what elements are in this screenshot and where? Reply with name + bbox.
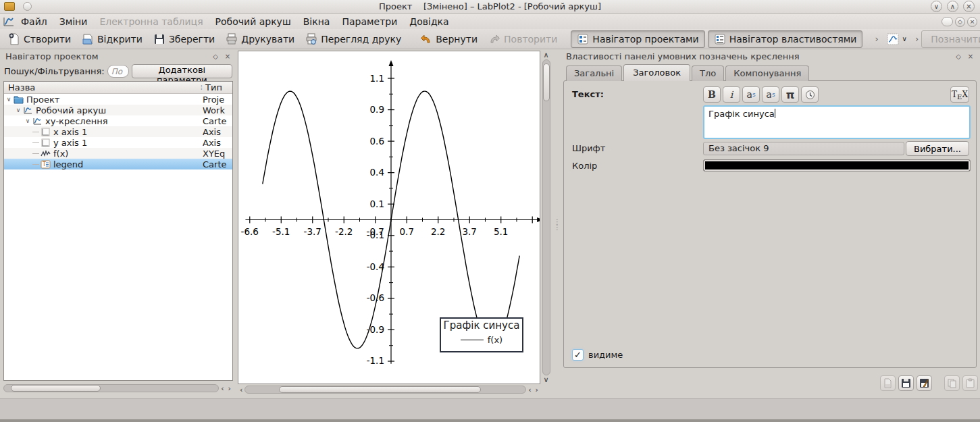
mdi-restore-icon[interactable]: ◇ (955, 17, 965, 27)
scroll-down-icon[interactable]: ∨ (541, 375, 550, 384)
menu-help[interactable]: Довідка (403, 15, 455, 28)
scroll-left-icon[interactable]: ‹ (526, 386, 533, 394)
tree-row-y-axis[interactable]: y axis 1 Axis (4, 137, 232, 148)
column-header-name[interactable]: Назва (4, 82, 201, 93)
svg-text:0.9: 0.9 (370, 104, 384, 115)
tex-button[interactable]: TEX (950, 86, 969, 103)
tree-row-project[interactable]: ∨ Проект Proje (4, 94, 232, 105)
svg-text:2.2: 2.2 (431, 226, 445, 237)
svg-text:-5.1: -5.1 (272, 226, 290, 237)
project-explorer-toggle[interactable]: Навігатор проектами (571, 30, 704, 48)
title-text-input[interactable]: Графік синуса (703, 105, 971, 139)
tree-row-x-axis[interactable]: x axis 1 Axis (4, 126, 232, 137)
worksheet-hscrollbar[interactable]: ‹ ‹ › (238, 385, 540, 394)
xy-curve-tool-button[interactable]: ∨ (881, 31, 912, 47)
tree-row-worksheet[interactable]: ∨ Робочий аркуш Work (4, 105, 232, 115)
window-title: Проект [Змінено] – LabPlot2 - [Робочий а… (0, 1, 980, 11)
print-preview-button[interactable]: Перегляд друку (300, 31, 407, 47)
splitter-handle[interactable]: ⋮⋮ (554, 219, 559, 237)
tree-row-curve[interactable]: f(x) XYEq (4, 148, 232, 159)
undo-button[interactable]: Вернути (415, 31, 483, 47)
dock-float-icon[interactable]: ◇ (211, 51, 220, 61)
print-button[interactable]: Друкувати (220, 31, 300, 47)
save-template-icon[interactable] (898, 375, 914, 391)
mdi-close-icon[interactable]: × (967, 17, 977, 27)
scroll-left-icon[interactable]: ‹ (219, 384, 226, 393)
maximize-icon[interactable]: ∧ (947, 1, 958, 12)
properties-dock: Властивості панелі умовних позначень кре… (562, 50, 978, 375)
dock-float-icon[interactable]: ◇ (954, 51, 963, 61)
print-preview-icon (305, 33, 317, 45)
tree-item-label: Робочий аркуш (36, 105, 203, 115)
scroll-right-icon[interactable]: › (226, 384, 233, 393)
tree-header[interactable]: Назва ⁞ Тип (4, 82, 232, 94)
worksheet-view[interactable]: -6.6-5.1-3.7-2.2-0.70.72.23.75.11.10.90.… (238, 51, 540, 384)
tab-general[interactable]: Загальні (566, 65, 622, 81)
subscript-icon[interactable]: as (762, 86, 779, 103)
menu-settings[interactable]: Параметри (336, 15, 403, 28)
project-explorer-toggle-label: Навігатор проектами (592, 34, 698, 45)
legend-icon: T (41, 160, 51, 169)
visible-checkbox[interactable]: ✓ (572, 349, 584, 361)
menu-file[interactable]: Файл (15, 15, 53, 28)
tree-row-legend[interactable]: T legend Carte (4, 159, 232, 169)
expander-icon[interactable]: ∨ (14, 107, 23, 113)
tree-row-xy-plot[interactable]: ∨ ху-креслення Carte (4, 115, 232, 126)
color-swatch-button[interactable] (703, 159, 971, 172)
print-button-label: Друкувати (241, 34, 294, 45)
minimize-icon[interactable]: ∨ (931, 1, 942, 12)
properties-tabs: Загальні Заголовок Тло Компонування (566, 65, 810, 81)
tab-background[interactable]: Тло (692, 65, 724, 81)
menu-edit[interactable]: Зміни (53, 15, 94, 28)
statusbar (0, 398, 980, 422)
new-button[interactable]: Створити (3, 31, 76, 47)
more-options-button[interactable]: Додаткові параметри (132, 64, 232, 78)
project-tree-hscrollbar[interactable]: ‹ › (3, 384, 233, 393)
svg-text:T: T (42, 161, 46, 167)
italic-icon[interactable]: i (723, 86, 740, 103)
close-icon[interactable]: × (963, 1, 975, 12)
font-label: Шрифт (572, 143, 605, 153)
open-button[interactable]: Відкрити (76, 31, 148, 47)
axis-icon (41, 128, 51, 136)
properties-explorer-toggle[interactable]: Навігатор властивостями (708, 30, 863, 48)
mdi-minimize-icon[interactable] (942, 17, 953, 26)
titlebar: Проект [Змінено] – LabPlot2 - [Робочий а… (0, 0, 980, 14)
dropdown-chevron-icon[interactable]: ∨ (902, 35, 907, 43)
tree-connector (32, 142, 39, 143)
scroll-up-icon[interactable]: ∧ (541, 51, 550, 59)
text-label: Текст: (572, 89, 604, 99)
tab-title[interactable]: Заголовок (623, 64, 690, 81)
toolbar-overflow-chevron[interactable]: › (912, 34, 921, 44)
svg-text:-6.6: -6.6 (241, 226, 259, 237)
save-button[interactable]: Зберегти (148, 31, 220, 47)
menu-worksheet[interactable]: Робочий аркуш (209, 15, 297, 28)
expander-icon[interactable]: ∨ (4, 96, 14, 103)
dock-close-icon[interactable]: × (966, 51, 975, 61)
scroll-right-icon[interactable]: › (534, 386, 540, 394)
menu-windows[interactable]: Вікна (297, 15, 336, 28)
save-button-label: Зберегти (169, 34, 215, 45)
symbols-icon[interactable]: π (781, 86, 799, 103)
svg-text:3.7: 3.7 (462, 226, 476, 237)
scroll-left-icon[interactable]: ‹ (238, 386, 244, 394)
superscript-icon[interactable]: as (742, 86, 760, 103)
search-input[interactable] (107, 65, 129, 78)
worksheet-vscrollbar[interactable]: ∧ ∨ (541, 51, 551, 384)
curve-icon (41, 149, 51, 158)
datetime-icon[interactable] (801, 86, 819, 103)
select-edit-button-label: Позначити і редагувати (931, 34, 980, 45)
svg-text:-3.7: -3.7 (304, 226, 321, 237)
open-button-label: Відкрити (97, 34, 143, 45)
choose-font-button[interactable]: Вибрати... (906, 141, 969, 156)
column-header-type[interactable]: Тип (203, 82, 232, 93)
toolbar-overflow-chevron[interactable]: › (872, 34, 881, 44)
plot-legend[interactable]: Графік синуса f(x) (440, 317, 523, 352)
dock-close-icon[interactable]: × (223, 51, 232, 61)
text-format-toolbar: B i as as π (703, 86, 819, 103)
save-edit-template-icon[interactable] (917, 375, 932, 391)
bold-icon[interactable]: B (703, 86, 721, 103)
expander-icon[interactable]: ∨ (23, 117, 32, 124)
svg-text:-0.4: -0.4 (367, 261, 384, 272)
tab-layout[interactable]: Компонування (725, 65, 809, 81)
